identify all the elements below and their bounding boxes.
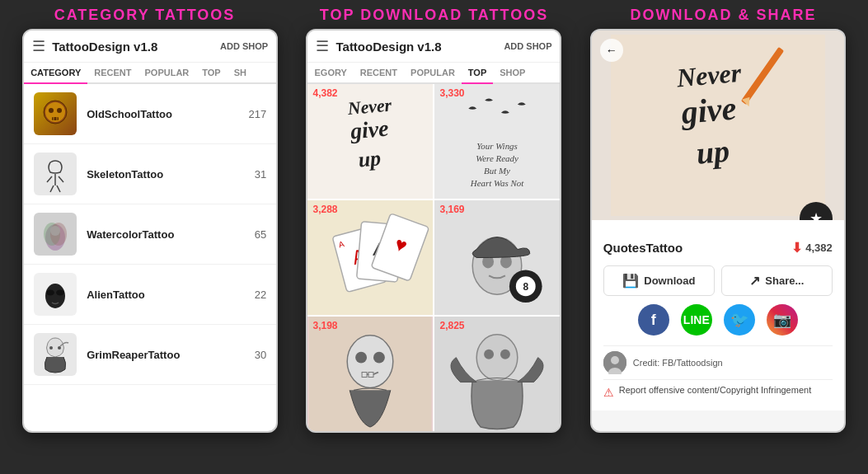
credit-avatar: [603, 351, 626, 374]
svg-rect-48: [368, 373, 373, 378]
svg-point-50: [477, 335, 518, 381]
nav-tabs-1: CATEGORY RECENT POPULAR TOP SH: [24, 63, 276, 84]
panel-download-share: ← Never give up ★ QuotesTattoo ⬇ 4,382: [590, 29, 846, 433]
category-list: OldSchoolTattoo 217: [24, 84, 276, 431]
tattoo-title: QuotesTattoo: [603, 241, 683, 255]
grid-count-4: 3,169: [439, 204, 464, 215]
share-button[interactable]: ↗ Share...: [721, 265, 833, 296]
svg-point-3: [57, 108, 62, 113]
svg-point-46: [373, 352, 385, 364]
never-give-up-svg: Never give up: [611, 35, 825, 216]
category-name-watercolor: WatercolorTattoo: [87, 228, 245, 241]
list-item[interactable]: GrimReaperTattoo 30: [24, 325, 276, 385]
list-item[interactable]: SkeletonTattoo 31: [24, 144, 276, 204]
svg-point-45: [356, 352, 368, 364]
svg-point-13: [50, 226, 60, 236]
tab-sh-1[interactable]: SH: [228, 63, 253, 82]
svg-point-60: [611, 356, 619, 364]
svg-text:Were Ready: Were Ready: [476, 153, 519, 163]
tab-popular-2[interactable]: POPULAR: [404, 63, 462, 82]
grid-count-6: 2,825: [439, 320, 464, 331]
svg-text:give: give: [678, 89, 737, 131]
grid-item-6[interactable]: 2,825: [434, 317, 560, 431]
tab-top-1[interactable]: TOP: [195, 63, 227, 82]
share-icon: ↗: [749, 273, 760, 289]
download-icon-red: ⬇: [791, 240, 802, 256]
list-item[interactable]: AlienTattoo 22: [24, 265, 276, 325]
app-title-1: TattooDesign v1.8: [52, 40, 213, 54]
tab-shop-2[interactable]: SHOP: [493, 63, 532, 82]
line-icon[interactable]: LINE: [681, 304, 712, 336]
svg-text:Heart Was Not: Heart Was Not: [470, 178, 524, 188]
star-icon: ★: [809, 209, 823, 220]
svg-text:up: up: [358, 146, 382, 171]
add-shop-btn-1[interactable]: ADD SHOP: [220, 41, 268, 51]
svg-point-44: [348, 336, 394, 388]
app-bar-2: ☰ TattooDesign v1.8 ADD SHOP: [307, 31, 560, 63]
label-download-share: DOWNLOAD & SHARE: [579, 7, 868, 24]
grid-item-5[interactable]: 3,198: [307, 317, 433, 431]
back-button[interactable]: ←: [600, 39, 623, 62]
category-count-oldschool: 217: [248, 108, 266, 120]
tab-popular-1[interactable]: POPULAR: [138, 63, 196, 82]
category-name-alien: AlienTattoo: [87, 289, 245, 301]
thumb-skeleton: [34, 153, 77, 195]
category-name-skeleton: SkeletonTattoo: [87, 168, 245, 181]
grid-item-1[interactable]: 4,382 Never give up: [307, 84, 433, 199]
category-count-alien: 22: [255, 289, 266, 301]
action-buttons-row: 💾 Download ↗ Share...: [603, 265, 833, 296]
app-title-2: TattooDesign v1.8: [335, 40, 497, 54]
panel-top-download: ☰ TattooDesign v1.8 ADD SHOP EGORY RECEN…: [306, 29, 561, 433]
svg-point-2: [49, 108, 54, 113]
grid-count-1: 4,382: [312, 87, 337, 99]
top-labels-row: CATEGORY TATTOOS TOP DOWNLOAD TATTOOS DO…: [0, 0, 868, 29]
save-disk-icon: 💾: [622, 273, 639, 289]
thumb-alien: [34, 273, 77, 316]
thumb-oldschool: [34, 92, 77, 135]
grid-item-2[interactable]: 3,330 Your Wings Were Ready But My Heart…: [434, 84, 560, 199]
back-arrow-icon: ←: [606, 44, 617, 57]
hamburger-icon-2[interactable]: ☰: [316, 37, 329, 55]
svg-text:But My: But My: [485, 166, 511, 176]
svg-point-51: [485, 350, 495, 359]
warning-icon: ⚠: [603, 386, 614, 399]
panel-category: ☰ TattooDesign v1.8 ADD SHOP CATEGORY RE…: [22, 29, 278, 433]
social-icons-row: f LINE 🐦 📷: [603, 304, 833, 336]
tab-egory-2[interactable]: EGORY: [307, 63, 353, 82]
category-count-skeleton: 31: [255, 168, 266, 181]
tab-category-1[interactable]: CATEGORY: [24, 63, 87, 84]
grid-count-5: 3,198: [312, 320, 337, 331]
thumb-watercolor: [34, 213, 77, 256]
grid-count-3: 3,288: [312, 204, 337, 215]
tab-recent-1[interactable]: RECENT: [87, 63, 138, 82]
label-top-download: TOP DOWNLOAD TATTOOS: [289, 7, 579, 24]
add-shop-btn-2[interactable]: ADD SHOP: [504, 41, 551, 51]
grid-item-4[interactable]: 3,169 8: [434, 200, 560, 315]
svg-line-9: [57, 185, 60, 192]
warning-row[interactable]: ⚠ Report offensive content/Copyright Inf…: [603, 379, 833, 404]
svg-text:give: give: [349, 115, 390, 144]
instagram-icon[interactable]: 📷: [767, 304, 798, 336]
tab-recent-2[interactable]: RECENT: [354, 63, 404, 82]
svg-text:Your Wings: Your Wings: [477, 141, 518, 151]
facebook-icon[interactable]: f: [638, 304, 669, 336]
title-row: QuotesTattoo ⬇ 4,382: [603, 240, 833, 256]
share-btn-label: Share...: [765, 275, 804, 287]
twitter-icon[interactable]: 🐦: [724, 304, 755, 336]
thumb-grimreaper: [34, 333, 77, 376]
list-item[interactable]: WatercolorTattoo 65: [24, 204, 276, 265]
svg-text:8: 8: [523, 281, 529, 293]
tab-top-2[interactable]: TOP: [462, 63, 493, 84]
panels-row: ☰ TattooDesign v1.8 ADD SHOP CATEGORY RE…: [0, 29, 868, 474]
svg-point-52: [500, 350, 510, 359]
download-button[interactable]: 💾 Download: [603, 265, 715, 296]
credit-row: Credit: FB/Tattoodsign: [603, 345, 833, 379]
hamburger-icon-1[interactable]: ☰: [32, 37, 45, 55]
grid-item-3[interactable]: 3,288 A A A ♥: [307, 200, 433, 315]
list-item[interactable]: OldSchoolTattoo 217: [24, 84, 276, 144]
svg-line-6: [47, 176, 52, 182]
label-category: CATEGORY TATTOOS: [0, 7, 289, 24]
svg-point-15: [46, 290, 54, 296]
svg-text:up: up: [695, 133, 731, 170]
svg-line-7: [59, 176, 63, 182]
